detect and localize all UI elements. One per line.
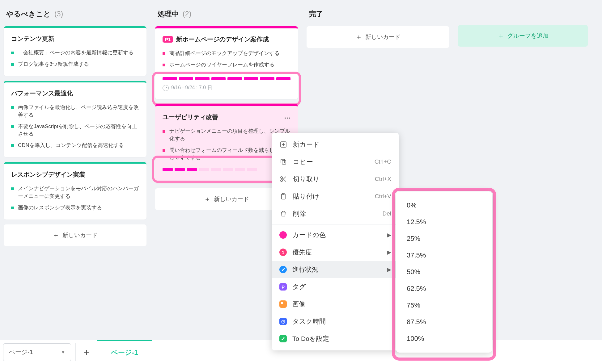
plus-icon: ＋ bbox=[204, 195, 211, 204]
plus-icon: ＋ bbox=[355, 32, 362, 42]
progress-bar bbox=[163, 168, 257, 171]
ctx-task-time[interactable]: ◷ タスク時間 bbox=[272, 313, 399, 330]
clock-square-icon: ◷ bbox=[279, 318, 287, 325]
ctx-tag[interactable]: P タグ bbox=[272, 278, 399, 295]
progress-option-50[interactable]: 50% bbox=[396, 264, 492, 280]
tag-icon: P bbox=[279, 283, 287, 291]
menu-separator bbox=[272, 224, 399, 224]
clipboard-icon bbox=[279, 192, 287, 200]
ctx-shortcut: Ctrl+V bbox=[375, 193, 391, 200]
priority-icon: 1 bbox=[279, 249, 287, 256]
card-bullets: 商品詳細ページのモックアップをデザインする ホームページのワイヤーフレームを作成… bbox=[163, 48, 290, 70]
ctx-copy[interactable]: コピー Ctrl+C bbox=[272, 153, 399, 170]
button-label: 新しいカード bbox=[62, 231, 98, 239]
check-circle-icon: ✔ bbox=[279, 266, 287, 273]
page-select-label: ページ-1 bbox=[9, 348, 33, 356]
ctx-label: 貼り付け bbox=[293, 192, 320, 201]
button-label: 新しいカード bbox=[365, 33, 401, 41]
card-title: ユーザビリティ改善 bbox=[163, 113, 290, 121]
ctx-label: タグ bbox=[292, 282, 306, 291]
bullet-item: 画像のレスポンシブ表示を実装する bbox=[11, 202, 139, 214]
card-title: コンテンツ更新 bbox=[11, 35, 139, 43]
ctx-priority[interactable]: 1 優先度 ▶ bbox=[272, 244, 399, 261]
ctx-paste[interactable]: 貼り付け Ctrl+V bbox=[272, 188, 399, 205]
add-group-button[interactable]: ＋ グループを追加 bbox=[458, 25, 588, 47]
button-label: 新しいカード bbox=[214, 195, 249, 203]
trash-icon bbox=[279, 210, 287, 218]
column-count: (2) bbox=[183, 10, 191, 18]
new-card-button[interactable]: ＋ 新しいカード bbox=[307, 26, 449, 48]
progress-option-37[interactable]: 37.5% bbox=[396, 247, 492, 264]
bullet-item: 不要なJavaScriptを削除し、ページの応答性を向上させる bbox=[11, 121, 139, 140]
progress-option-87[interactable]: 87.5% bbox=[396, 314, 492, 330]
check-square-icon: ✓ bbox=[279, 335, 287, 342]
ctx-label: 削除 bbox=[293, 209, 306, 218]
card-responsive[interactable]: レスポンシブデザイン実装 メインナビゲーションをモバイル対応のハンバーガーメニュ… bbox=[4, 162, 146, 220]
ctx-label: 新カード bbox=[293, 140, 320, 149]
ctx-shortcut: Del bbox=[382, 210, 391, 217]
progress-option-62[interactable]: 62.5% bbox=[396, 280, 492, 297]
plus-icon: ＋ bbox=[82, 347, 91, 357]
ctx-label: To Doを設定 bbox=[292, 334, 329, 343]
ctx-shortcut: Ctrl+X bbox=[375, 176, 391, 182]
page-select-dropdown[interactable]: ページ-1 ▼ bbox=[3, 343, 71, 361]
ctx-label: 優先度 bbox=[292, 248, 312, 257]
ctx-label: 切り取り bbox=[293, 175, 320, 183]
progress-option-75[interactable]: 75% bbox=[396, 297, 492, 314]
plus-icon: ＋ bbox=[53, 231, 59, 240]
bullet-item: 問い合わせフォームのフィールド数を減らし、入力しやすくする bbox=[163, 145, 290, 164]
ctx-todo[interactable]: ✓ To Doを設定 bbox=[272, 330, 399, 347]
bullet-item: 「会社概要」ページの内容を最新情報に更新する bbox=[11, 47, 139, 59]
ctx-label: タスク時間 bbox=[292, 317, 326, 326]
column-todo: やるべきこと (3) コンテンツ更新 「会社概要」ページの内容を最新情報に更新す… bbox=[4, 6, 146, 246]
ctx-label: 画像 bbox=[292, 300, 305, 308]
card-title: P1 新ホームページのデザイン案作成 bbox=[163, 35, 290, 44]
add-page-button[interactable]: ＋ bbox=[75, 343, 97, 361]
card-homepage-design[interactable]: P1 新ホームページのデザイン案作成 商品詳細ページのモックアップをデザインする… bbox=[155, 26, 298, 99]
ctx-delete[interactable]: 削除 Del bbox=[272, 205, 399, 222]
page-tab-active[interactable]: ページ-1 bbox=[97, 340, 152, 364]
progress-submenu: 0% 12.5% 25% 37.5% 50% 62.5% 75% 87.5% 1… bbox=[396, 191, 492, 353]
card-title: レスポンシブデザイン実装 bbox=[11, 170, 139, 179]
progress-option-100[interactable]: 100% bbox=[396, 330, 492, 347]
priority-badge: P1 bbox=[163, 36, 173, 43]
chevron-right-icon: ▶ bbox=[387, 249, 391, 256]
color-dot-icon bbox=[279, 231, 287, 239]
ctx-shortcut: Ctrl+C bbox=[375, 158, 391, 165]
card-date-text: 9/16 - 9/24 : 7.0 日 bbox=[171, 85, 212, 91]
new-card-button[interactable]: ＋ 新しいカード bbox=[4, 224, 146, 246]
bullet-item: 商品詳細ページのモックアップをデザインする bbox=[163, 48, 290, 59]
clock-icon bbox=[163, 85, 169, 91]
ctx-new-card[interactable]: 新カード bbox=[272, 136, 399, 153]
ctx-progress[interactable]: ✔ 進行状況 ▶ bbox=[272, 261, 399, 278]
card-bullets: 画像ファイルを最適化し、ページ読み込み速度を改善する 不要なJavaScript… bbox=[11, 102, 139, 151]
plus-square-icon bbox=[279, 140, 287, 149]
card-bullets: 「会社概要」ページの内容を最新情報に更新する ブログ記事を3つ新規作成する bbox=[11, 47, 139, 70]
svg-rect-1 bbox=[282, 161, 286, 164]
card-more-icon[interactable]: … bbox=[284, 112, 291, 120]
ctx-label: コピー bbox=[293, 157, 313, 166]
bullet-item: メインナビゲーションをモバイル対応のハンバーガーメニューに変更する bbox=[11, 183, 139, 202]
column-title: 処理中 bbox=[158, 9, 179, 19]
progress-bar bbox=[163, 77, 290, 80]
progress-option-25[interactable]: 25% bbox=[396, 230, 492, 247]
card-bullets: ナビゲーションメニューの項目を整理し、シンプル化する 問い合わせフォームのフィー… bbox=[163, 126, 290, 164]
progress-option-0[interactable]: 0% bbox=[396, 197, 492, 214]
ctx-card-color[interactable]: カードの色 ▶ bbox=[272, 226, 399, 244]
column-count: (3) bbox=[54, 10, 63, 18]
card-content-update[interactable]: コンテンツ更新 「会社概要」ページの内容を最新情報に更新する ブログ記事を3つ新… bbox=[4, 26, 146, 76]
ctx-image[interactable]: 画像 bbox=[272, 295, 399, 313]
button-label: グループを追加 bbox=[507, 32, 549, 40]
scissors-icon bbox=[279, 175, 287, 183]
ctx-cut[interactable]: 切り取り Ctrl+X bbox=[272, 170, 399, 188]
bullet-item: 画像ファイルを最適化し、ページ読み込み速度を改善する bbox=[11, 102, 139, 121]
column-header-done: 完了 bbox=[307, 6, 449, 26]
bullet-item: ホームページのワイヤーフレームを作成する bbox=[163, 59, 290, 71]
ctx-label: カードの色 bbox=[292, 231, 326, 239]
bullet-item: ブログ記事を3つ新規作成する bbox=[11, 59, 139, 70]
card-performance[interactable]: パフォーマンス最適化 画像ファイルを最適化し、ページ読み込み速度を改善する 不要… bbox=[4, 81, 146, 157]
progress-option-12[interactable]: 12.5% bbox=[396, 214, 492, 230]
plus-icon: ＋ bbox=[498, 31, 504, 40]
card-title-text: 新ホームページのデザイン案作成 bbox=[176, 35, 269, 44]
column-title: やるべきこと bbox=[6, 9, 51, 19]
